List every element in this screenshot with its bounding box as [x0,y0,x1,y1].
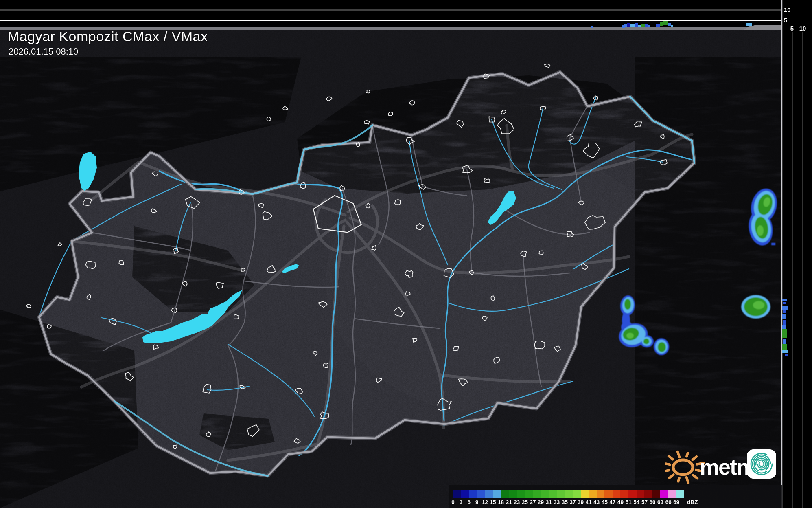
dbz-tick-label: 47 [609,499,615,505]
echo-east-round-cell [741,295,770,319]
dbz-tick-label: 63 [657,499,663,505]
dbz-color-block [493,490,501,498]
dbz-tick-label: 6 [467,499,471,505]
dbz-tick-label: 69 [673,499,679,505]
dbz-tick-label: 29 [538,499,544,505]
dbz-color-block [549,490,557,498]
dbz-color-block [517,490,525,498]
profile-echo-cell [645,24,648,27]
dbz-tick-label: 25 [522,499,528,505]
profile-echo-cell [660,22,663,26]
dbz-tick-label: 66 [665,499,672,505]
profile-echo-cell [638,25,641,27]
dbz-tick-label: 21 [506,499,512,505]
profile-echo-cell [663,21,668,25]
dbz-color-block [565,490,573,498]
dbz-tick-label: 39 [578,499,584,505]
dbz-color-block [573,490,581,498]
dbz-color-block [485,490,493,498]
profile-echo-cell [635,23,638,27]
dbz-tick-label: 45 [602,499,608,505]
dbz-color-block [604,490,613,498]
dbz-legend: 0369121518212325272931333537394143454749… [449,485,782,508]
dbz-tick-label: 27 [530,499,536,505]
dbz-color-block [668,490,676,498]
dbz-tick-label: 35 [562,499,568,505]
dbz-color-block [628,490,637,498]
dbz-tick-label: 23 [514,499,520,505]
profile-echo-cell [671,25,673,27]
profile-echo-cell [783,302,786,304]
dbz-tick-label: 15 [490,499,496,505]
right-axis-label-10: 10 [799,25,806,32]
radar-viewer: 10 5 5 10 Magyar Kompozit CMax / VMax 20… [0,0,812,508]
dbz-tick-label: 49 [617,499,624,505]
profile-echo-cell [783,339,786,344]
profile-echo-cell [782,329,787,338]
profile-echo-cell [656,24,660,27]
dbz-color-block [501,490,509,498]
metnet-logo: metnet [665,446,783,485]
dbz-tick-label: 9 [475,499,479,505]
profile-echo-cell [783,320,786,325]
map-area[interactable] [0,29,782,508]
dbz-tick-label: 41 [586,499,592,505]
dbz-tick-label: 51 [626,499,632,505]
dbz-tick-label: 12 [482,499,488,505]
dbz-color-block [613,490,621,498]
sun-icon [665,452,704,483]
product-title: Magyar Kompozit CMax / VMax [8,29,208,44]
right-vertical-profile: 10 5 5 10 [782,0,812,508]
top-vertical-profile [0,0,782,30]
profile-echo-cell [591,26,593,28]
top-axis-label-5: 5 [784,17,787,24]
dbz-color-block [557,490,565,498]
profile-echo-cell [746,23,752,26]
dbz-tick-label: 18 [498,499,504,505]
profile-echo-cell [782,325,786,329]
metnet-app-icon [747,449,776,479]
profile-echo-cell [668,23,671,26]
dbz-color-block [637,490,645,498]
dbz-color-block [469,490,477,498]
dbz-tick-label: 60 [649,499,655,505]
dbz-color-block [453,490,461,498]
top-axis-label-10: 10 [784,6,791,13]
dbz-color-block [477,490,485,498]
dbz-tick-label: 31 [546,499,552,505]
profile-echo-cell [782,306,788,310]
product-timestamp: 2026.01.15 08:10 [9,46,78,57]
dbz-color-block [652,490,661,498]
dbz-tick-label: 3 [460,499,463,505]
dbz-color-block [461,490,469,498]
dbz-color-block [620,490,628,498]
dbz-color-block [509,490,517,498]
dbz-tick-label: 54 [633,499,639,505]
dbz-tick-label: 33 [554,499,560,505]
profile-echo-cell [630,24,635,27]
dbz-color-block [533,490,541,498]
profile-echo-cell [782,299,787,301]
dbz-tick-label: 57 [641,499,648,505]
profile-echo-cell [782,344,787,350]
profile-echo-cell [641,24,645,27]
dbz-tick-label: 0 [451,499,455,505]
right-axis-label-5: 5 [790,25,794,32]
dbz-color-block [581,490,589,498]
dbz-color-block [525,490,533,498]
dbz-tick-label: 37 [569,499,576,505]
dbz-color-bar [453,490,684,498]
radar-map-canvas[interactable]: 10 5 5 10 [0,0,812,508]
dbz-unit-label: dBZ [687,499,698,505]
profile-echo-cell [782,314,786,319]
profile-echo-cell [785,354,788,356]
dbz-color-block [541,490,549,498]
profile-echo-cell [648,25,650,27]
dbz-tick-label: 43 [593,499,600,505]
profile-echo-cell [624,24,627,27]
profile-echo-cell [782,350,788,353]
dbz-color-block [597,490,605,498]
dbz-color-block [589,490,597,498]
echo-speck [771,243,775,245]
echo-small-cell [654,338,669,355]
